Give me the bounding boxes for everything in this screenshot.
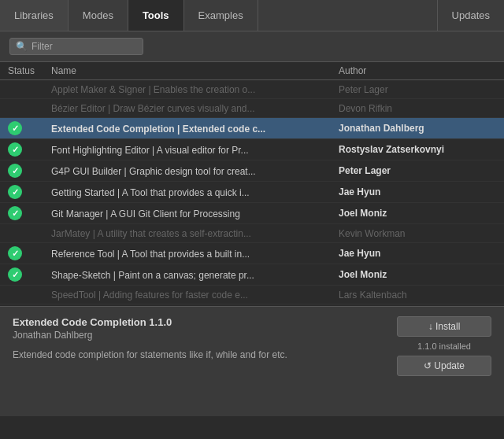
name-cell: Shape-Sketch | Paint on a canvas; genera…: [51, 269, 339, 281]
filter-input[interactable]: [32, 41, 134, 52]
tool-description: Extended code completion for statements …: [13, 349, 384, 362]
table-row[interactable]: ✓ Shape-Sketch | Paint on a canvas; gene…: [0, 264, 504, 286]
update-button[interactable]: ↺ Update: [397, 356, 491, 376]
search-icon: 🔍: [16, 41, 28, 52]
author-cell: Devon Rifkin: [339, 103, 496, 114]
header-name: Name: [51, 65, 339, 76]
table-row[interactable]: ✓ Upload to Pi | Uploads and runs a sket…: [0, 304, 504, 306]
installed-icon: ✓: [8, 246, 22, 260]
table-row[interactable]: SpeedTool | Adding features for faster c…: [0, 286, 504, 304]
author-cell: Peter Lager: [339, 165, 496, 176]
tools-table-container: Status Name Author Applet Maker & Signer…: [0, 62, 504, 306]
info-left: Extended Code Completion 1.1.0 Jonathan …: [13, 316, 384, 362]
name-cell: G4P GUI Builder | Graphic design tool fo…: [51, 165, 339, 177]
table-row[interactable]: ✓ G4P GUI Builder | Graphic design tool …: [0, 160, 504, 182]
name-cell: Applet Maker & Signer | Enables the crea…: [51, 83, 339, 95]
author-cell: Kevin Workman: [339, 228, 496, 239]
author-cell: Jae Hyun: [339, 248, 496, 259]
name-cell: Git Manager | A GUI Git Client for Proce…: [51, 208, 339, 220]
status-cell: ✓: [8, 164, 51, 178]
name-cell: SpeedTool | Adding features for faster c…: [51, 289, 339, 301]
name-cell: Bézier Editor | Draw Bézier curves visua…: [51, 102, 339, 114]
author-cell: Joel Moniz: [339, 208, 496, 219]
info-panel: Extended Code Completion 1.1.0 Jonathan …: [0, 306, 504, 416]
installed-icon: ✓: [8, 121, 22, 135]
status-cell: ✓: [8, 267, 51, 282]
table-row[interactable]: Bézier Editor | Draw Bézier curves visua…: [0, 99, 504, 118]
installed-icon: ✓: [8, 142, 22, 157]
info-top: Extended Code Completion 1.1.0 Jonathan …: [13, 316, 491, 376]
installed-icon: ✓: [8, 206, 22, 220]
installed-icon: ✓: [8, 164, 22, 178]
info-right: ↓ Install 1.1.0 installed ↺ Update: [397, 316, 491, 376]
author-cell: Jonathan Dahlberg: [339, 123, 496, 134]
table-header: Status Name Author: [0, 62, 504, 80]
top-nav: Libraries Modes Tools Examples Updates: [0, 0, 504, 31]
tab-tools[interactable]: Tools: [128, 0, 184, 31]
table-row[interactable]: ✓ Font Highlighting Editor | A visual ed…: [0, 139, 504, 160]
tool-author: Jonathan Dahlberg: [13, 330, 384, 341]
header-status: Status: [8, 65, 51, 76]
tab-examples[interactable]: Examples: [184, 0, 258, 31]
author-cell: Jae Hyun: [339, 186, 496, 197]
tool-title: Extended Code Completion 1.1.0: [13, 316, 384, 328]
table-row[interactable]: JarMatey | A utility that creates a self…: [0, 224, 504, 243]
author-cell: Joel Moniz: [339, 269, 496, 280]
tab-libraries[interactable]: Libraries: [0, 0, 69, 31]
author-cell: Lars Kaltenbach: [339, 290, 496, 301]
author-cell: Peter Lager: [339, 84, 496, 95]
status-cell: ✓: [8, 185, 51, 199]
header-author: Author: [339, 65, 496, 76]
status-cell: ✓: [8, 246, 51, 260]
tab-modes[interactable]: Modes: [69, 0, 128, 31]
name-cell: Reference Tool | A Tool that provides a …: [51, 248, 339, 260]
table-row[interactable]: ✓ Getting Started | A Tool that provides…: [0, 182, 504, 203]
filter-input-wrap[interactable]: 🔍: [9, 38, 143, 55]
status-cell: ✓: [8, 206, 51, 220]
table-row[interactable]: ✓ Extended Code Completion | Extended co…: [0, 118, 504, 139]
installed-label: 1.1.0 installed: [397, 341, 491, 351]
table-row[interactable]: Applet Maker & Signer | Enables the crea…: [0, 80, 504, 99]
name-cell: Font Highlighting Editor | A visual edit…: [51, 144, 339, 156]
name-cell: Getting Started | A Tool that provides a…: [51, 186, 339, 198]
name-cell: Extended Code Completion | Extended code…: [51, 123, 339, 135]
install-button[interactable]: ↓ Install: [397, 316, 491, 337]
status-cell: ✓: [8, 121, 51, 135]
author-cell: Rostyslav Zatserkovnyi: [339, 144, 496, 155]
installed-icon: ✓: [8, 267, 22, 282]
tab-updates[interactable]: Updates: [437, 0, 504, 31]
table-row[interactable]: ✓ Git Manager | A GUI Git Client for Pro…: [0, 203, 504, 224]
name-cell: JarMatey | A utility that creates a self…: [51, 227, 339, 239]
status-cell: ✓: [8, 142, 51, 157]
app-container: Libraries Modes Tools Examples Updates 🔍…: [0, 0, 504, 416]
table-row[interactable]: ✓ Reference Tool | A Tool that provides …: [0, 243, 504, 264]
filter-bar: 🔍: [0, 31, 504, 62]
installed-icon: ✓: [8, 185, 22, 199]
